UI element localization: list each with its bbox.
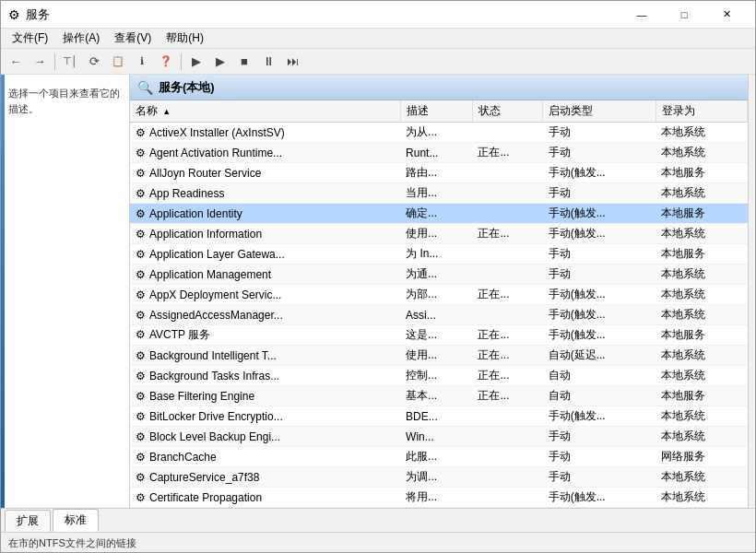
col-login[interactable]: 登录为 xyxy=(656,100,747,123)
cell-desc: 使用... xyxy=(400,224,472,244)
cell-desc: 此服... xyxy=(400,447,472,467)
table-row[interactable]: ⚙Block Level Backup Engi...Win...手动本地系统 xyxy=(130,427,748,447)
minimize-button[interactable]: — xyxy=(620,1,663,29)
cell-status xyxy=(472,265,542,285)
main-panel: 🔍 服务(本地) 名称 ▲ 描述 状态 启动类型 登录为 xyxy=(130,75,748,508)
table-row[interactable]: ⚙Application Identity确定...手动(触发...本地服务 xyxy=(130,204,748,224)
col-name[interactable]: 名称 ▲ xyxy=(130,100,400,123)
cell-desc: 提供... xyxy=(400,508,472,509)
refresh-tree-button[interactable]: ⟳ xyxy=(83,52,105,72)
cell-desc: 将用... xyxy=(400,488,472,508)
cell-startup: 手动(触发... xyxy=(543,224,656,244)
table-row[interactable]: ⚙BitLocker Drive Encryptio...BDE...手动(触发… xyxy=(130,406,748,427)
title-bar-left: ⚙ 服务 xyxy=(8,6,50,23)
sidebar-accent xyxy=(1,75,5,508)
cell-name: ⚙AssignedAccessManager... xyxy=(130,305,400,325)
cell-startup: 手动 xyxy=(543,447,656,467)
toolbar-separator-1 xyxy=(54,53,55,70)
menu-help[interactable]: 帮助(H) xyxy=(159,29,211,48)
cell-status: 正在... xyxy=(472,224,542,244)
panel-header-title: 服务(本地) xyxy=(159,79,215,96)
table-row[interactable]: ⚙AssignedAccessManager...Assi...手动(触发...… xyxy=(130,305,748,325)
cell-startup: 手动 xyxy=(543,183,656,204)
stop-service-button[interactable]: ■ xyxy=(233,52,255,72)
cell-startup: 手动 xyxy=(543,427,656,447)
service-icon: ⚙ xyxy=(136,288,146,301)
cell-login: 本地系统 xyxy=(656,224,747,244)
cell-name: ⚙ActiveX Installer (AxInstSV) xyxy=(130,123,400,143)
toolbar-separator-2 xyxy=(181,53,182,70)
services-table-wrapper[interactable]: 名称 ▲ 描述 状态 启动类型 登录为 ⚙ActiveX Installer (… xyxy=(130,100,748,508)
cell-name: ⚙Agent Activation Runtime... xyxy=(130,143,400,163)
cell-login: 本地系统 xyxy=(656,285,747,305)
table-row[interactable]: ⚙App Readiness当用...手动本地系统 xyxy=(130,183,748,204)
table-row[interactable]: ⚙ActiveX Installer (AxInstSV)为从...手动本地系统 xyxy=(130,123,748,143)
table-row[interactable]: ⚙AllJoyn Router Service路由...手动(触发...本地服务 xyxy=(130,163,748,183)
menu-file[interactable]: 文件(F) xyxy=(5,29,55,48)
pause-service-button[interactable]: ⏸ xyxy=(257,52,279,72)
view-button[interactable]: ⊤│ xyxy=(59,52,81,72)
service-icon: ⚙ xyxy=(136,268,146,281)
col-startup[interactable]: 启动类型 xyxy=(543,100,656,123)
cell-status: 正在... xyxy=(472,325,542,346)
cell-status xyxy=(472,204,542,224)
table-row[interactable]: ⚙CaptureService_a7f38为调...手动本地系统 xyxy=(130,467,748,488)
cell-name: ⚙Application Identity xyxy=(130,204,400,224)
properties-button[interactable]: ℹ xyxy=(131,52,153,72)
close-button[interactable]: ✕ xyxy=(705,1,748,29)
help-button[interactable]: ❓ xyxy=(155,52,177,72)
cell-login: 本地服务 xyxy=(656,244,747,265)
table-row[interactable]: ⚙Background Intelligent T...使用...正在...自动… xyxy=(130,346,748,366)
cell-desc: 使用... xyxy=(400,346,472,366)
resize-handle[interactable] xyxy=(748,75,755,508)
col-status[interactable]: 状态 xyxy=(472,100,542,123)
table-row[interactable]: ⚙Application Management为通...手动本地系统 xyxy=(130,265,748,285)
service-icon: ⚙ xyxy=(136,491,146,504)
table-row[interactable]: ⚙AVCTP 服务这是...正在...手动(触发...本地服务 xyxy=(130,325,748,346)
cell-login: 本地服务 xyxy=(656,325,747,346)
tab-standard[interactable]: 标准 xyxy=(53,509,99,532)
forward-button[interactable]: → xyxy=(29,52,51,72)
cell-desc: 为部... xyxy=(400,285,472,305)
table-row[interactable]: ⚙Background Tasks Infras...控制...正在...自动本… xyxy=(130,366,748,386)
cell-status xyxy=(472,183,542,204)
cell-login: 本地系统 xyxy=(656,123,747,143)
maximize-button[interactable]: □ xyxy=(663,1,705,29)
table-row[interactable]: ⚙Agent Activation Runtime...Runt...正在...… xyxy=(130,143,748,163)
menu-action[interactable]: 操作(A) xyxy=(55,29,107,48)
resume-service-button[interactable]: ⏭ xyxy=(281,52,303,72)
start-service-button[interactable]: ▶ xyxy=(185,52,207,72)
cell-startup: 手动(触发... xyxy=(543,406,656,427)
table-row[interactable]: ⚙AppX Deployment Servic...为部...正在...手动(触… xyxy=(130,285,748,305)
cell-startup: 手动/触发... xyxy=(543,508,656,509)
app-icon: ⚙ xyxy=(8,7,20,22)
table-row[interactable]: ⚙Client License Service (Cli...提供...手动/触… xyxy=(130,508,748,509)
col-desc[interactable]: 描述 xyxy=(400,100,472,123)
cell-desc: Runt... xyxy=(400,143,472,163)
table-row[interactable]: ⚙Application Information使用...正在...手动(触发.… xyxy=(130,224,748,244)
bottom-tabs: 扩展 标准 xyxy=(1,508,755,532)
back-button[interactable]: ← xyxy=(5,52,27,72)
export-button[interactable]: 📋 xyxy=(107,52,129,72)
start-service-button2[interactable]: ▶ xyxy=(209,52,231,72)
tab-extend[interactable]: 扩展 xyxy=(5,510,51,532)
cell-name: ⚙Client License Service (Cli... xyxy=(130,508,400,509)
cell-status xyxy=(472,406,542,427)
table-body: ⚙ActiveX Installer (AxInstSV)为从...手动本地系统… xyxy=(130,123,748,509)
cell-desc: 为通... xyxy=(400,265,472,285)
table-row[interactable]: ⚙Certificate Propagation将用...手动(触发...本地系… xyxy=(130,488,748,508)
cell-startup: 自动 xyxy=(543,386,656,406)
title-bar-controls: — □ ✕ xyxy=(620,1,748,29)
cell-startup: 自动(延迟... xyxy=(543,346,656,366)
table-row[interactable]: ⚙Application Layer Gatewa...为 In...手动本地服… xyxy=(130,244,748,265)
cell-name: ⚙CaptureService_a7f38 xyxy=(130,467,400,488)
menu-view[interactable]: 查看(V) xyxy=(107,29,159,48)
cell-login: 本地服务 xyxy=(656,163,747,183)
cell-login: 本地系统 xyxy=(656,265,747,285)
table-row[interactable]: ⚙BranchCache此服...手动网络服务 xyxy=(130,447,748,467)
cell-name: ⚙Background Intelligent T... xyxy=(130,346,400,366)
table-row[interactable]: ⚙Base Filtering Engine基本...正在...自动本地服务 xyxy=(130,386,748,406)
cell-desc: 路由... xyxy=(400,163,472,183)
cell-login: 本地系统 xyxy=(656,488,747,508)
cell-startup: 手动(触发... xyxy=(543,305,656,325)
